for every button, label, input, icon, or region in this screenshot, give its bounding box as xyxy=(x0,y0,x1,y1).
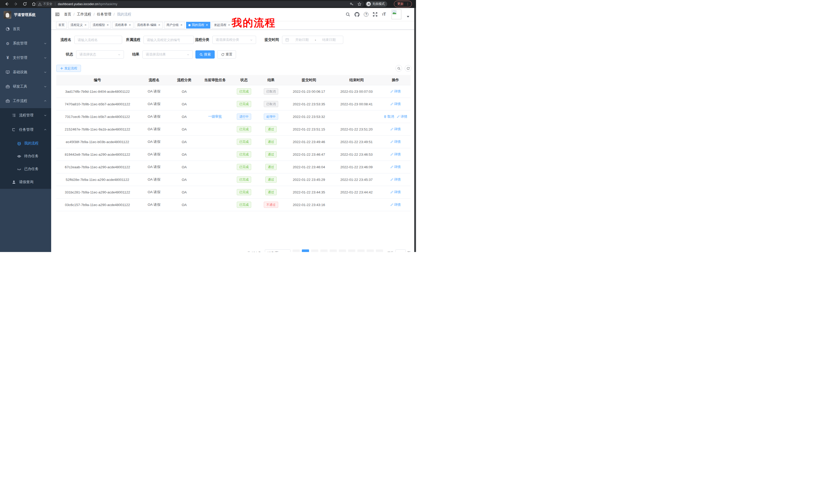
font-size-icon[interactable]: TT xyxy=(382,12,386,17)
category-select[interactable]: 请选择流程分类 xyxy=(212,36,256,44)
refresh-table-button[interactable] xyxy=(405,65,411,72)
prev-page-button[interactable] xyxy=(293,249,300,252)
sidebar-item-my-process[interactable]: 我的流程 xyxy=(0,137,51,150)
owner-process-input[interactable] xyxy=(144,36,194,44)
breadcrumb-home[interactable]: 首页 xyxy=(64,12,71,17)
tab-process-model[interactable]: 流程模型✕ xyxy=(90,22,111,29)
page-button-2[interactable]: 2 xyxy=(311,249,318,252)
avatar-caret-icon[interactable] xyxy=(407,16,409,18)
password-key-icon[interactable] xyxy=(350,2,354,6)
close-icon[interactable]: ✕ xyxy=(180,24,183,26)
page-button-1[interactable]: 1 xyxy=(302,249,309,252)
detail-link[interactable]: 详情 xyxy=(390,102,401,106)
page-button-6[interactable]: 6 xyxy=(348,249,355,252)
close-icon[interactable]: ✕ xyxy=(158,24,160,26)
sidebar-item-payment[interactable]: ¥ 支付管理 xyxy=(0,51,51,65)
bookmark-star-icon[interactable] xyxy=(357,2,362,6)
close-icon[interactable]: ✕ xyxy=(84,24,87,26)
detail-link[interactable]: 详情 xyxy=(390,127,401,132)
page-button-5[interactable]: 5 xyxy=(339,249,346,252)
detail-link[interactable]: 详情 xyxy=(390,152,401,157)
result-badge: 通过 xyxy=(265,151,277,158)
github-icon[interactable] xyxy=(355,12,359,17)
cell-submit-time: 2022-01-23 00:06:17 xyxy=(285,90,333,93)
detail-link[interactable]: 详情 xyxy=(390,190,401,194)
sidebar: 芋道管理系统 首页 ⚙ 系统管理 ¥ 支付管理 基础设施 研发工具 工作 xyxy=(0,8,51,252)
breadcrumb-task-mgmt[interactable]: 任务管理 xyxy=(97,12,111,17)
create-process-button[interactable]: 发起流程 xyxy=(56,65,81,72)
more-pages-button[interactable]: ••• xyxy=(357,249,365,252)
page-button-4[interactable]: 4 xyxy=(330,249,337,252)
detail-link[interactable]: 详情 xyxy=(390,89,401,94)
back-icon[interactable] xyxy=(5,2,9,6)
tab-process-definition[interactable]: 流程定义✕ xyxy=(68,22,89,29)
result-select[interactable]: 请选择流结果 xyxy=(142,50,193,59)
sidebar-item-process-mgmt[interactable]: 流程管理 xyxy=(0,108,51,122)
status-badge: 已完成 xyxy=(237,151,251,158)
reset-button[interactable]: 重置 xyxy=(217,50,236,59)
tab-start-process[interactable]: 发起流程✕ xyxy=(212,22,232,29)
app-logo[interactable]: 芋道管理系统 xyxy=(0,8,51,22)
sidebar-item-label: 任务管理 xyxy=(19,128,33,132)
sidebar-item-infra[interactable]: 基础设施 xyxy=(0,65,51,79)
next-page-button[interactable] xyxy=(376,249,383,252)
url-bar[interactable]: 不安全 dashboard.yudao.iocoder.cn /bpm/task… xyxy=(35,1,364,7)
goto-page-input[interactable] xyxy=(395,249,406,252)
cell-name: OA 请假 xyxy=(138,139,170,144)
forward-icon[interactable] xyxy=(14,2,18,6)
collapse-sidebar-icon[interactable] xyxy=(55,12,60,17)
cell-task-link[interactable]: 一级审批 xyxy=(199,114,231,119)
help-icon[interactable]: ? xyxy=(364,12,368,17)
tab-my-process[interactable]: 我的流程✕ xyxy=(186,22,210,29)
tab-process-form-edit[interactable]: 流程表单-编辑✕ xyxy=(135,22,163,29)
page-button-11[interactable]: 11 xyxy=(367,249,374,252)
sidebar-item-workflow[interactable]: 工作流程 xyxy=(0,94,51,108)
sidebar-item-todo-task[interactable]: 待办任务 xyxy=(0,150,51,163)
close-icon[interactable]: ✕ xyxy=(228,24,230,26)
detail-link[interactable]: 详情 xyxy=(397,114,407,119)
chrome-update-button[interactable]: 更新 ⋮ xyxy=(394,1,412,7)
result-badge: 通过 xyxy=(265,176,277,183)
tree-list-icon xyxy=(11,113,16,117)
chevron-down-icon xyxy=(44,85,47,88)
detail-link[interactable]: 详情 xyxy=(390,202,401,207)
result-badge: 处理中 xyxy=(264,114,278,120)
sidebar-item-leave-query[interactable]: 请假查询 xyxy=(0,175,51,189)
page-size-select[interactable]: 10条/页 xyxy=(265,249,290,252)
header-search-icon[interactable] xyxy=(345,12,350,17)
tab-process-form[interactable]: 流程表单✕ xyxy=(112,22,133,29)
detail-link[interactable]: 详情 xyxy=(390,139,401,144)
detail-link[interactable]: 详情 xyxy=(390,165,401,169)
tab-home[interactable]: 首页 xyxy=(56,22,67,29)
result-badge: 通过 xyxy=(265,139,277,145)
sidebar-item-system[interactable]: ⚙ 系统管理 xyxy=(0,36,51,51)
toggle-search-button[interactable] xyxy=(395,65,402,72)
close-icon[interactable]: ✕ xyxy=(106,24,109,26)
avatar[interactable] xyxy=(392,9,401,19)
close-icon[interactable]: ✕ xyxy=(129,24,131,26)
start-date-placeholder: 开始日期 xyxy=(291,37,313,42)
breadcrumb-workflow[interactable]: 工作流程 xyxy=(77,12,91,17)
filter-label: 提交时间 xyxy=(265,37,279,42)
close-icon[interactable]: ✕ xyxy=(206,24,208,26)
process-name-input[interactable] xyxy=(74,36,122,44)
cancel-link[interactable]: 取消 xyxy=(384,114,394,119)
url-path: /bpm/task/my xyxy=(98,2,117,6)
tab-user-group[interactable]: 用户分组✕ xyxy=(164,22,185,29)
sidebar-item-devtools[interactable]: 研发工具 xyxy=(0,79,51,94)
submit-time-range-picker[interactable]: 开始日期 - 结束日期 xyxy=(282,36,343,44)
reload-icon[interactable] xyxy=(23,2,27,6)
status-select[interactable]: 请选择状态 xyxy=(76,50,124,59)
search-label: 搜索 xyxy=(204,52,211,57)
breadcrumb-separator: / xyxy=(94,12,95,17)
page-button-3[interactable]: 3 xyxy=(320,249,328,252)
search-button[interactable]: 搜索 xyxy=(196,50,215,59)
sidebar-item-home[interactable]: 首页 xyxy=(0,22,51,36)
sidebar-item-task-mgmt[interactable]: 任务管理 xyxy=(0,122,51,137)
chrome-menu-icon[interactable]: ⋮ xyxy=(406,2,409,6)
browser-scrollbar[interactable] xyxy=(414,8,416,252)
col-header-category: 流程分类 xyxy=(170,78,199,82)
detail-link[interactable]: 详情 xyxy=(390,177,401,182)
sidebar-item-done-task[interactable]: 已办任务 xyxy=(0,163,51,175)
fullscreen-icon[interactable] xyxy=(373,12,378,17)
